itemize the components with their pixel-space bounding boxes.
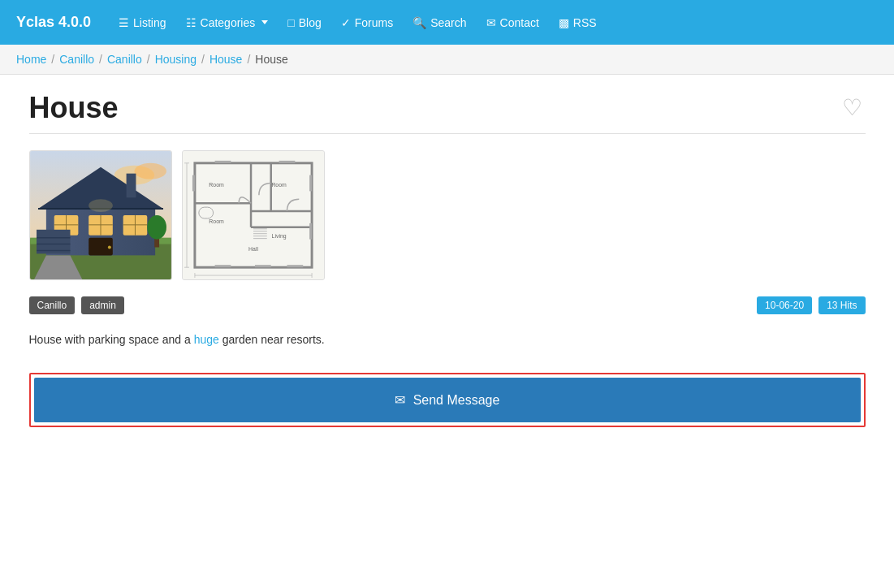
nav-forums[interactable]: ✓ Forums: [341, 16, 393, 29]
title-divider: [29, 133, 866, 134]
navbar: Yclas 4.0.0 ☰ Listing ☷ Categories □ Blo…: [0, 0, 894, 45]
svg-text:Living: Living: [271, 233, 286, 240]
tags-left: Canillo admin: [29, 296, 124, 314]
breadcrumb-housing[interactable]: Housing: [155, 53, 197, 66]
svg-text:Room: Room: [209, 182, 224, 188]
breadcrumb-home[interactable]: Home: [16, 53, 46, 66]
nav-listing[interactable]: ☰ Listing: [119, 16, 166, 29]
hits-badge: 13 Hits: [818, 296, 865, 314]
breadcrumb-canillo-2[interactable]: Canillo: [107, 53, 142, 66]
listing-description: House with parking space and a huge gard…: [29, 331, 866, 348]
breadcrumb-sep-4: /: [201, 53, 205, 66]
nav-contact[interactable]: ✉ Contact: [486, 16, 539, 29]
svg-rect-38: [192, 175, 194, 192]
nav-search[interactable]: 🔍 Search: [412, 16, 466, 29]
brand-logo[interactable]: Yclas 4.0.0: [16, 14, 91, 31]
tag-canillo[interactable]: Canillo: [29, 296, 76, 314]
breadcrumb-canillo-1[interactable]: Canillo: [59, 53, 94, 66]
svg-point-26: [147, 215, 166, 240]
contact-icon: ✉: [486, 16, 496, 29]
image-thumbnail-1[interactable]: [29, 150, 172, 280]
main-content: House ♡: [13, 75, 882, 460]
tags-right: 10-06-20 13 Hits: [757, 296, 865, 314]
svg-text:Room: Room: [271, 182, 287, 188]
nav-rss[interactable]: ▩ RSS: [559, 16, 597, 29]
envelope-icon: ✉: [395, 392, 405, 408]
svg-rect-36: [214, 161, 231, 163]
listing-title: House: [29, 91, 119, 125]
svg-text:Hall: Hall: [248, 246, 258, 252]
svg-rect-39: [309, 175, 312, 192]
categories-icon: ☷: [186, 16, 197, 29]
breadcrumb: Home / Canillo / Canillo / Housing / Hou…: [16, 53, 878, 66]
image-thumbnail-2[interactable]: Room Room Room Living Hall: [182, 150, 325, 280]
blog-icon: □: [287, 16, 294, 29]
images-row: Room Room Room Living Hall: [29, 150, 866, 280]
svg-rect-42: [254, 265, 270, 267]
nav-categories[interactable]: ☷ Categories: [186, 16, 269, 29]
send-message-wrapper: ✉ Send Message: [29, 373, 866, 427]
forums-icon: ✓: [341, 16, 351, 29]
rss-icon: ▩: [559, 16, 569, 29]
breadcrumb-bar: Home / Canillo / Canillo / Housing / Hou…: [0, 45, 894, 75]
svg-point-19: [107, 246, 110, 249]
breadcrumb-house-link[interactable]: House: [209, 53, 242, 66]
breadcrumb-sep-5: /: [247, 53, 250, 66]
favorite-button[interactable]: ♡: [839, 91, 866, 124]
send-message-label: Send Message: [413, 393, 500, 408]
nav-blog[interactable]: □ Blog: [287, 16, 322, 29]
svg-rect-37: [279, 161, 295, 163]
svg-point-27: [89, 199, 113, 212]
breadcrumb-current: House: [255, 53, 287, 66]
send-message-button[interactable]: ✉ Send Message: [34, 378, 861, 422]
highlight-word: huge: [194, 333, 219, 346]
tag-admin[interactable]: admin: [81, 296, 124, 314]
svg-rect-8: [126, 174, 136, 198]
svg-rect-41: [214, 265, 231, 267]
svg-point-2: [134, 163, 166, 179]
title-row: House ♡: [29, 91, 866, 125]
breadcrumb-sep-3: /: [147, 53, 150, 66]
breadcrumb-sep-1: /: [51, 53, 54, 66]
svg-rect-28: [183, 151, 324, 279]
tags-meta-row: Canillo admin 10-06-20 13 Hits: [29, 296, 866, 314]
search-icon: 🔍: [412, 16, 426, 29]
date-badge: 10-06-20: [757, 296, 812, 314]
chevron-down-icon: [261, 20, 268, 24]
svg-text:Room: Room: [209, 218, 224, 224]
list-icon: ☰: [119, 16, 129, 29]
svg-rect-43: [287, 265, 303, 267]
svg-rect-40: [309, 223, 312, 240]
breadcrumb-sep-2: /: [99, 53, 102, 66]
